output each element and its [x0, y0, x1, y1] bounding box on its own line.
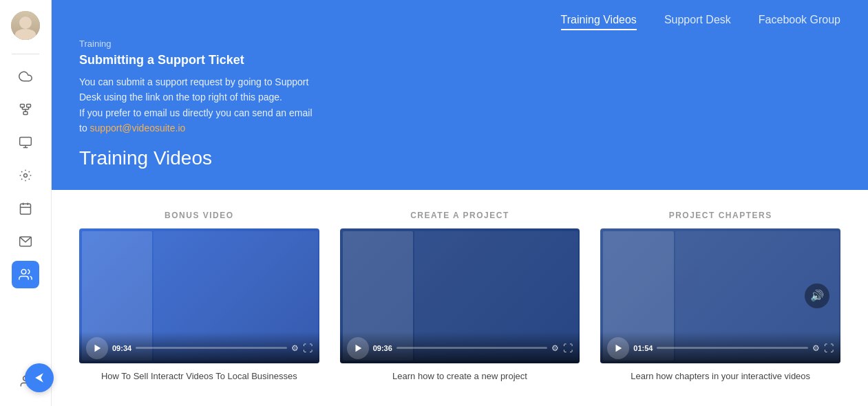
header-section: Training Videos Support Desk Facebook Gr… [52, 0, 868, 190]
header-description: You can submit a support request by goin… [79, 74, 368, 136]
video-caption-1: How To Sell Interactr Videos To Local Bu… [101, 370, 297, 383]
video-caption-3: Learn how chapters in your interactive v… [631, 370, 810, 383]
ctrl-icons-1: ⚙ ⛶ [291, 343, 313, 354]
video-thumbnail-2[interactable]: 09:36 ⚙ ⛶ [340, 228, 580, 363]
video-card-1: BONUS VIDEO 09:34 ⚙ ⛶ [79, 211, 319, 383]
sidebar-divider [12, 54, 39, 54]
desc-line2: Desk using the link on the top right of … [79, 92, 282, 103]
play-button-2[interactable] [347, 337, 369, 359]
video-controls-2: 09:36 ⚙ ⛶ [340, 332, 580, 363]
expand-ctrl-2[interactable]: ⛶ [563, 343, 573, 354]
page-title: Submitting a Support Ticket [79, 53, 840, 67]
chat-bubble[interactable] [25, 363, 54, 392]
play-button-3[interactable] [607, 337, 629, 359]
section-title: Training Videos [79, 147, 840, 169]
svg-rect-1 [27, 105, 31, 107]
progress-bar-1 [136, 347, 287, 349]
sidebar [0, 0, 52, 406]
top-nav: Training Videos Support Desk Facebook Gr… [79, 14, 840, 30]
speaker-icon[interactable]: 🔊 [805, 284, 829, 308]
video-card-2: CREATE A PROJECT 09:36 ⚙ [340, 211, 580, 383]
avatar[interactable] [11, 11, 40, 40]
svg-rect-11 [21, 204, 31, 214]
main-content: Training Videos Support Desk Facebook Gr… [52, 0, 868, 406]
nav-training-videos[interactable]: Training Videos [561, 14, 637, 30]
video-category-2: CREATE A PROJECT [410, 211, 509, 220]
settings-ctrl-3[interactable]: ⚙ [812, 343, 820, 353]
svg-rect-2 [23, 111, 28, 114]
video-category-3: PROJECT CHAPTERS [669, 211, 772, 220]
svg-point-10 [24, 174, 28, 178]
svg-marker-19 [355, 344, 361, 352]
video-caption-2: Learn how to create a new project [392, 370, 527, 383]
support-email-link[interactable]: support@videosuite.io [90, 122, 186, 133]
video-controls-1: 09:34 ⚙ ⛶ [79, 332, 319, 363]
ctrl-icons-3: ⚙ ⛶ [812, 343, 834, 354]
settings-ctrl-1[interactable]: ⚙ [291, 343, 299, 353]
desc-line4: to [79, 122, 87, 133]
media-icon[interactable] [12, 129, 39, 156]
nav-support-desk[interactable]: Support Desk [664, 14, 731, 30]
desc-line1: You can submit a support request by goin… [79, 76, 308, 87]
video-duration-3: 01:54 [633, 344, 653, 352]
video-grid: BONUS VIDEO 09:34 ⚙ ⛶ [79, 211, 840, 383]
play-button-1[interactable] [86, 337, 108, 359]
mail-icon[interactable] [12, 228, 39, 255]
expand-ctrl-1[interactable]: ⛶ [303, 343, 313, 354]
content-area: BONUS VIDEO 09:34 ⚙ ⛶ [52, 190, 868, 406]
desc-line3: If you prefer to email us directly you c… [79, 107, 313, 118]
video-card-3: PROJECT CHAPTERS 🔊 01:54 [600, 211, 840, 383]
video-duration-1: 09:34 [112, 344, 131, 352]
nav-facebook-group[interactable]: Facebook Group [759, 14, 840, 30]
svg-rect-7 [20, 138, 32, 146]
video-duration-2: 09:36 [373, 344, 392, 352]
calendar-icon[interactable] [12, 195, 39, 222]
training-icon[interactable] [12, 261, 39, 288]
svg-marker-20 [616, 344, 622, 352]
svg-marker-18 [95, 344, 101, 352]
cloud-icon[interactable] [12, 63, 39, 90]
expand-ctrl-3[interactable]: ⛶ [824, 343, 834, 354]
progress-bar-2 [396, 347, 548, 349]
settings-ctrl-2[interactable]: ⚙ [551, 343, 559, 353]
progress-bar-3 [657, 347, 808, 349]
video-category-1: BONUS VIDEO [165, 211, 234, 220]
video-controls-3: 01:54 ⚙ ⛶ [600, 332, 840, 363]
settings-icon[interactable] [12, 162, 39, 189]
ctrl-icons-2: ⚙ ⛶ [551, 343, 573, 354]
breadcrumb: Training [79, 39, 840, 49]
video-thumbnail-1[interactable]: 09:34 ⚙ ⛶ [79, 228, 319, 363]
svg-marker-21 [35, 373, 43, 382]
svg-point-16 [21, 270, 26, 275]
diagram-icon[interactable] [12, 96, 39, 123]
video-thumbnail-3[interactable]: 🔊 01:54 ⚙ ⛶ [600, 228, 840, 363]
svg-rect-0 [21, 105, 25, 107]
